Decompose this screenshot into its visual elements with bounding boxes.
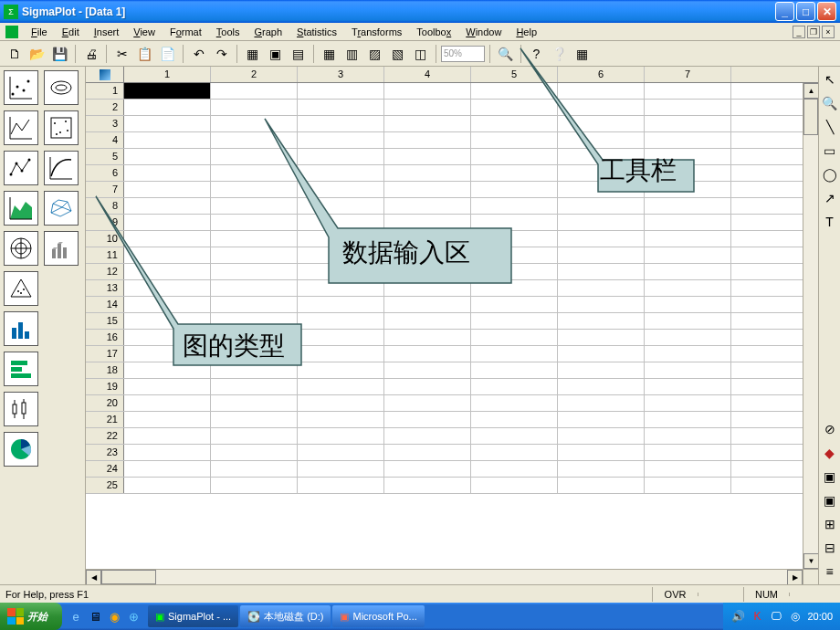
cell[interactable] (471, 330, 558, 345)
vertical-scrollbar[interactable]: ▲ ▼ (803, 83, 818, 569)
hbar-button[interactable] (4, 352, 38, 386)
cell[interactable] (124, 280, 211, 296)
cell[interactable] (211, 280, 298, 296)
cell[interactable] (471, 100, 558, 115)
ungroup-tool[interactable]: ⊟ (821, 539, 839, 557)
cell[interactable] (471, 428, 558, 444)
row-header[interactable]: 14 (86, 297, 124, 312)
cell[interactable] (211, 428, 298, 444)
tray-clock[interactable]: 20:00 (807, 611, 833, 622)
cell[interactable] (471, 461, 558, 477)
cell[interactable] (384, 395, 471, 411)
cut-button[interactable]: ✂ (111, 44, 132, 64)
cell[interactable] (384, 280, 471, 296)
graph-tool4-button[interactable]: ▧ (387, 44, 408, 64)
cell[interactable] (384, 215, 471, 230)
cell[interactable] (384, 478, 471, 493)
cell[interactable] (558, 264, 645, 279)
menu-insert[interactable]: Insert (87, 25, 127, 39)
cell[interactable] (211, 83, 298, 99)
cell[interactable] (211, 116, 298, 131)
column-header[interactable]: 7 (645, 67, 731, 82)
graph-page-button[interactable]: ▣ (265, 44, 286, 64)
mesh-3d-button[interactable] (44, 191, 79, 226)
row-header[interactable]: 4 (86, 132, 124, 148)
cell[interactable] (211, 379, 298, 394)
cell[interactable] (298, 445, 384, 460)
row-header[interactable]: 21 (86, 412, 124, 427)
cell[interactable] (298, 215, 384, 230)
cell[interactable] (211, 132, 298, 148)
cell[interactable] (211, 182, 298, 197)
cell[interactable] (471, 116, 558, 131)
cell[interactable] (471, 231, 558, 247)
horizontal-scrollbar[interactable]: ◀ ▶ (86, 569, 818, 584)
cell[interactable] (471, 297, 558, 312)
menu-tools[interactable]: Tools (209, 25, 247, 39)
column-header[interactable]: 6 (558, 67, 645, 82)
row-header[interactable]: 7 (86, 182, 124, 197)
cell[interactable] (558, 297, 645, 312)
cell[interactable] (211, 412, 298, 427)
cell[interactable] (298, 280, 384, 296)
cell[interactable] (471, 478, 558, 493)
cell[interactable] (645, 478, 731, 493)
cell[interactable] (471, 445, 558, 460)
menu-edit[interactable]: Edit (55, 25, 87, 39)
cell[interactable] (124, 83, 211, 99)
print-button[interactable]: 🖨 (80, 44, 101, 64)
open-button[interactable]: 📂 (26, 44, 47, 64)
redo-button[interactable]: ↷ (211, 44, 232, 64)
scroll-left-button[interactable]: ◀ (86, 570, 101, 584)
cell[interactable] (384, 362, 471, 378)
row-header[interactable]: 25 (86, 478, 124, 493)
cell[interactable] (298, 116, 384, 131)
cell[interactable] (645, 379, 731, 394)
cell[interactable] (645, 346, 731, 362)
sheet-corner[interactable] (86, 67, 124, 82)
cell[interactable] (124, 445, 211, 460)
cell[interactable] (645, 116, 731, 131)
cell[interactable] (558, 428, 645, 444)
cell[interactable] (384, 297, 471, 312)
row-header[interactable]: 8 (86, 198, 124, 214)
cell[interactable] (471, 313, 558, 329)
mdi-minimize-button[interactable]: _ (793, 26, 805, 38)
close-button[interactable]: ✕ (817, 2, 836, 21)
cell[interactable] (298, 428, 384, 444)
cell[interactable] (124, 461, 211, 477)
graph-tool2-button[interactable]: ▥ (341, 44, 362, 64)
cell[interactable] (645, 198, 731, 214)
area-plot-button[interactable] (4, 191, 38, 226)
cell[interactable] (124, 264, 211, 279)
ql-app-icon[interactable]: ⊕ (125, 608, 142, 625)
fill-color-tool[interactable]: ◆ (821, 444, 839, 462)
cell[interactable] (124, 395, 211, 411)
graph-tool1-button[interactable]: ▦ (319, 44, 340, 64)
mdi-restore-button[interactable]: ❐ (807, 26, 820, 38)
pointer-tool[interactable]: ↖ (821, 70, 839, 89)
menu-file[interactable]: File (24, 25, 55, 39)
cell[interactable] (471, 346, 558, 362)
cell[interactable] (124, 313, 211, 329)
tray-disp-icon[interactable]: 🖵 (769, 609, 783, 624)
boxplot-button[interactable] (4, 392, 38, 426)
zoom-tool[interactable]: 🔍 (821, 94, 839, 112)
cell[interactable] (124, 379, 211, 394)
cell[interactable] (298, 330, 384, 345)
cell[interactable] (558, 330, 645, 345)
row-header[interactable]: 6 (86, 165, 124, 181)
row-header[interactable]: 18 (86, 362, 124, 378)
pie-button[interactable] (4, 432, 38, 467)
cell[interactable] (384, 132, 471, 148)
cell[interactable] (124, 198, 211, 214)
cell[interactable] (645, 330, 731, 345)
maximize-button[interactable]: □ (796, 2, 815, 21)
polar-plot-button[interactable] (4, 231, 38, 266)
ql-media-icon[interactable]: ◉ (106, 608, 122, 625)
contour-button[interactable] (44, 70, 79, 105)
cell[interactable] (384, 100, 471, 115)
taskbar-item-sigmaplot[interactable]: ▣SigmaPlot - ... (148, 605, 238, 627)
cell[interactable] (558, 83, 645, 99)
cell[interactable] (384, 313, 471, 329)
